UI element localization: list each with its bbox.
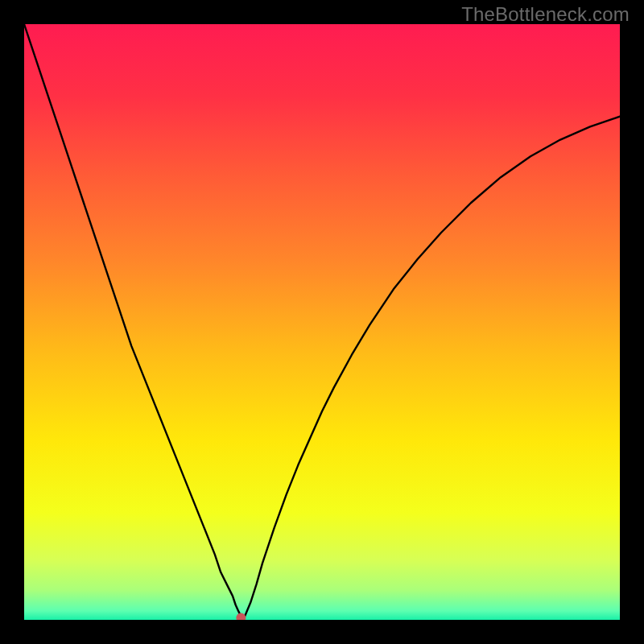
chart-frame: TheBottleneck.com: [0, 0, 644, 644]
gradient-background: [24, 24, 620, 620]
chart-svg: [24, 24, 620, 620]
plot-area: [24, 24, 620, 620]
watermark-text: TheBottleneck.com: [461, 3, 630, 26]
